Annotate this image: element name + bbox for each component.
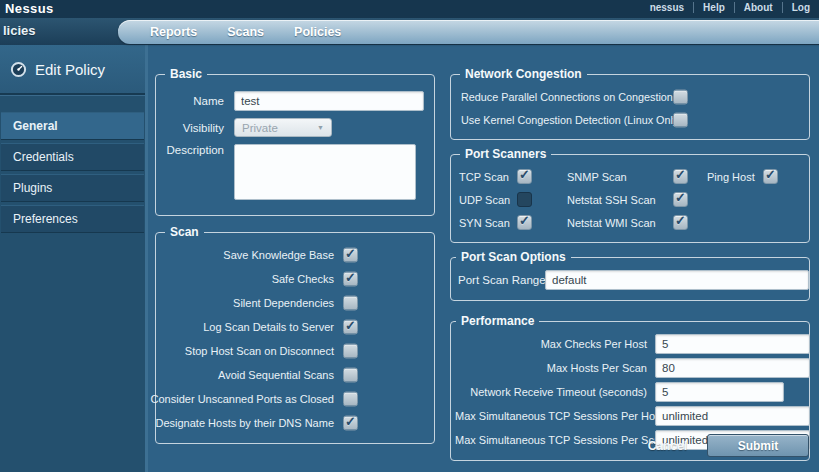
visibility-row: Visibility Private ▼ <box>164 118 426 137</box>
tab-policies[interactable]: Policies <box>294 25 341 39</box>
nav-tabs: Reports Scans Policies <box>118 20 819 44</box>
top-bar: Nessus nessus Help About Log <box>0 0 819 18</box>
checkbox-label: Safe Checks <box>272 273 334 285</box>
port-scan-range-label: Port Scan Range <box>458 274 546 286</box>
performance-row: Max Checks Per Host <box>455 332 805 356</box>
checkbox-label: Ping Host <box>707 171 763 183</box>
checkbox-label: Designate Hosts by their DNS Name <box>155 417 334 429</box>
top-link-logout[interactable]: Log <box>782 2 819 13</box>
port-scan-options-section: Port Scan Options Port Scan Range <box>450 250 810 301</box>
left-column: Basic Name Visibility Private ▼ Descript… <box>155 59 435 444</box>
sidebar-item-general[interactable]: General <box>1 112 144 140</box>
avoid-sequential-scans-checkbox[interactable] <box>343 368 358 383</box>
scan-option-row: Log Scan Details to Server <box>164 315 426 339</box>
field-label: Max Simultaneous TCP Sessions Per Host <box>455 410 647 422</box>
checkbox-label: Netstat SSH Scan <box>567 194 673 206</box>
checkbox-label: Stop Host Scan on Disconnect <box>185 345 334 357</box>
cancel-button[interactable]: Cancel <box>648 439 687 453</box>
scan-section: Scan Save Knowledge Base Safe Checks Sil… <box>155 225 435 444</box>
scan-option-row: Consider Unscanned Ports as Closed <box>164 387 426 411</box>
field-label: Max Checks Per Host <box>455 338 647 350</box>
top-links: nessus Help About Log <box>641 2 819 13</box>
unscanned-ports-closed-checkbox[interactable] <box>343 392 358 407</box>
footer-actions: Cancel Submit <box>648 434 809 457</box>
scan-legend: Scan <box>165 225 204 239</box>
content-area: Basic Name Visibility Private ▼ Descript… <box>145 45 819 472</box>
syn-scan-checkbox[interactable] <box>517 215 532 230</box>
silent-dependencies-checkbox[interactable] <box>343 296 358 311</box>
description-label: Description <box>164 144 224 156</box>
edit-policy-icon <box>10 61 27 78</box>
main-area: Edit Policy General Credentials Plugins … <box>0 45 819 472</box>
designate-hosts-dns-checkbox[interactable] <box>343 416 358 431</box>
snmp-scan-checkbox[interactable] <box>673 169 688 184</box>
checkbox-label: Consider Unscanned Ports as Closed <box>151 393 334 405</box>
page-title: licies <box>3 23 36 38</box>
sidebar-header: Edit Policy <box>0 45 145 95</box>
checkbox-label: TCP Scan <box>459 171 517 183</box>
scan-option-row: Stop Host Scan on Disconnect <box>164 339 426 363</box>
visibility-label: Visibility <box>164 122 224 134</box>
scan-option-row: Designate Hosts by their DNS Name <box>164 411 426 435</box>
save-knowledge-base-checkbox[interactable] <box>343 248 358 263</box>
scan-option-row: Save Knowledge Base <box>164 243 426 267</box>
name-row: Name <box>164 91 426 111</box>
checkbox-label: Netstat WMI Scan <box>567 217 673 229</box>
sidebar-item-credentials[interactable]: Credentials <box>1 143 144 171</box>
scan-option-row: Safe Checks <box>164 267 426 291</box>
tab-reports[interactable]: Reports <box>150 25 197 39</box>
description-row: Description <box>164 144 426 200</box>
field-label: Network Receive Timeout (seconds) <box>455 386 647 398</box>
max-hosts-per-scan-input[interactable] <box>655 358 810 378</box>
top-link-help[interactable]: Help <box>693 2 734 13</box>
sidebar-item-plugins[interactable]: Plugins <box>1 174 144 202</box>
network-receive-timeout-input[interactable] <box>655 382 784 402</box>
description-textarea[interactable] <box>234 144 416 200</box>
checkbox-label: Silent Dependencies <box>233 297 334 309</box>
congestion-option-row: Use Kernel Congestion Detection (Linux O… <box>459 108 801 131</box>
performance-row: Network Receive Timeout (seconds) <box>455 380 805 404</box>
log-scan-details-checkbox[interactable] <box>343 320 358 335</box>
netstat-wmi-scan-checkbox[interactable] <box>673 215 688 230</box>
port-scanners-grid: TCP Scan SNMP Scan Ping Host UDP Scan Ne… <box>459 165 801 234</box>
sidebar-item-preferences[interactable]: Preferences <box>1 205 144 233</box>
reduce-parallel-connections-checkbox[interactable] <box>673 89 688 104</box>
port-scan-range-row: Port Scan Range <box>455 268 805 292</box>
basic-legend: Basic <box>165 67 207 81</box>
visibility-value: Private <box>242 122 278 134</box>
performance-legend: Performance <box>456 314 539 328</box>
checkbox-label: Use Kernel Congestion Detection (Linux O… <box>461 114 682 126</box>
nessus-logo: Nessus <box>5 1 54 16</box>
top-link-username[interactable]: nessus <box>641 2 693 13</box>
kernel-congestion-detection-checkbox[interactable] <box>673 112 688 127</box>
chevron-down-icon: ▼ <box>317 124 324 131</box>
field-label: Max Simultaneous TCP Sessions Per Scan <box>455 434 647 446</box>
netstat-ssh-scan-checkbox[interactable] <box>673 192 688 207</box>
top-link-about[interactable]: About <box>734 2 782 13</box>
field-label: Max Hosts Per Scan <box>455 362 647 374</box>
visibility-select[interactable]: Private ▼ <box>234 118 332 137</box>
safe-checks-checkbox[interactable] <box>343 272 358 287</box>
udp-scan-checkbox[interactable] <box>517 192 532 207</box>
right-column: Network Congestion Reduce Parallel Conne… <box>450 59 810 461</box>
tcp-scan-checkbox[interactable] <box>517 169 532 184</box>
submit-button[interactable]: Submit <box>707 434 809 457</box>
port-scanners-legend: Port Scanners <box>460 147 551 161</box>
checkbox-label: Log Scan Details to Server <box>203 321 334 333</box>
tab-scans[interactable]: Scans <box>227 25 264 39</box>
name-input[interactable] <box>234 91 424 111</box>
basic-section: Basic Name Visibility Private ▼ Descript… <box>155 67 435 216</box>
ping-host-checkbox[interactable] <box>763 169 778 184</box>
checkbox-label: UDP Scan <box>459 194 517 206</box>
network-congestion-legend: Network Congestion <box>460 67 587 81</box>
sidebar-menu: General Credentials Plugins Preferences <box>0 112 145 233</box>
nav-bar: licies Reports Scans Policies <box>0 18 819 45</box>
port-scan-range-input[interactable] <box>545 270 809 290</box>
max-tcp-sessions-per-host-input[interactable] <box>655 406 810 426</box>
performance-row: Max Simultaneous TCP Sessions Per Host <box>455 404 805 428</box>
sidebar-title: Edit Policy <box>35 61 105 78</box>
scan-option-row: Avoid Sequential Scans <box>164 363 426 387</box>
stop-host-scan-checkbox[interactable] <box>343 344 358 359</box>
max-checks-per-host-input[interactable] <box>655 334 810 354</box>
network-congestion-section: Network Congestion Reduce Parallel Conne… <box>450 67 810 140</box>
